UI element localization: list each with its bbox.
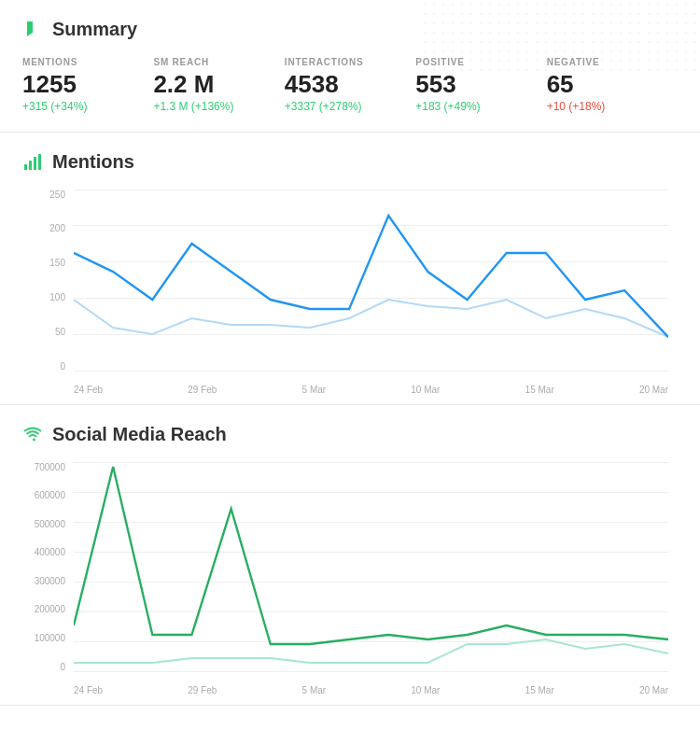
svg-rect-2 <box>34 157 36 170</box>
stat-value-2: 4538 <box>285 71 400 98</box>
y-label-50: 50 <box>55 327 69 337</box>
mentions-chart-area: 250 200 150 100 50 0 <box>74 190 668 395</box>
y-700k: 700000 <box>35 462 69 472</box>
y-100k: 100000 <box>35 633 69 643</box>
stat-label-1: SM REACH <box>153 57 269 67</box>
mentions-svg <box>74 190 668 372</box>
stat-change-1: +1.3 M (+136%) <box>153 100 269 113</box>
mentions-chart-container: 250 200 150 100 50 0 <box>22 190 678 395</box>
stat-change-4: +10 (+18%) <box>547 100 663 113</box>
summary-label: Summary <box>52 19 137 40</box>
y-400k: 400000 <box>35 547 69 557</box>
stat-label-0: MENTIONS <box>22 57 138 67</box>
y-600k: 600000 <box>35 490 69 500</box>
x-label-15mar: 15 Mar <box>525 385 554 395</box>
mentions-section: Mentions 250 200 150 100 50 0 <box>0 133 700 405</box>
stat-change-2: +3337 (+278%) <box>285 100 400 113</box>
stat-item-4: NEGATIVE 65 +10 (+18%) <box>547 57 678 113</box>
svg-rect-0 <box>24 164 27 170</box>
wifi-icon <box>22 424 43 444</box>
reach-svg <box>74 462 668 672</box>
stat-label-2: INTERACTIONS <box>285 57 400 67</box>
reach-x-29feb: 29 Feb <box>188 685 217 695</box>
reach-section: Social Media Reach 700000 600000 500000 … <box>0 405 700 706</box>
svg-rect-3 <box>38 154 41 170</box>
stat-item-3: POSITIVE 553 +183 (+49%) <box>415 57 546 113</box>
y-0: 0 <box>60 662 69 672</box>
stat-change-3: +183 (+49%) <box>415 100 531 113</box>
y-label-200: 200 <box>49 223 69 233</box>
stat-item-2: INTERACTIONS 4538 +3337 (+278%) <box>285 57 415 113</box>
reach-y-axis: 700000 600000 500000 400000 300000 20000… <box>22 462 69 672</box>
reach-x-axis: 24 Feb 29 Feb 5 Mar 10 Mar 15 Mar 20 Mar <box>74 677 668 695</box>
reach-x-5mar: 5 Mar <box>302 685 327 695</box>
x-label-24feb: 24 Feb <box>74 385 103 395</box>
reach-title: Social Media Reach <box>22 424 678 445</box>
reach-x-20mar: 20 Mar <box>639 685 668 695</box>
mentions-title: Mentions <box>22 151 678 173</box>
y-label-250: 250 <box>49 190 69 200</box>
x-label-10mar: 10 Mar <box>411 385 440 395</box>
y-300k: 300000 <box>35 576 69 586</box>
stat-value-4: 65 <box>547 71 663 98</box>
reach-chart-area: 700000 600000 500000 400000 300000 20000… <box>74 462 668 695</box>
stat-item-0: MENTIONS 1255 +315 (+34%) <box>22 57 153 113</box>
x-label-29feb: 29 Feb <box>188 385 217 395</box>
stat-value-3: 553 <box>415 71 531 98</box>
summary-title: Summary <box>22 19 678 40</box>
y-200k: 200000 <box>35 604 69 614</box>
x-label-20mar: 20 Mar <box>639 385 668 395</box>
summary-section: Summary MENTIONS 1255 +315 (+34%) SM REA… <box>0 0 700 133</box>
stat-label-4: NEGATIVE <box>547 57 663 67</box>
reach-label: Social Media Reach <box>52 424 227 445</box>
y-label-150: 150 <box>49 258 69 268</box>
svg-rect-1 <box>29 161 32 170</box>
stat-value-0: 1255 <box>22 71 138 98</box>
stats-row: MENTIONS 1255 +315 (+34%) SM REACH 2.2 M… <box>22 57 678 113</box>
mentions-icon <box>22 151 43 172</box>
reach-x-10mar: 10 Mar <box>411 685 440 695</box>
y-label-0: 0 <box>60 361 69 372</box>
mentions-label: Mentions <box>52 151 134 173</box>
stat-change-0: +315 (+34%) <box>22 100 138 113</box>
reach-x-24feb: 24 Feb <box>74 685 103 695</box>
y-500k: 500000 <box>35 519 69 529</box>
x-label-5mar: 5 Mar <box>302 385 327 395</box>
summary-icon <box>22 20 43 40</box>
mentions-y-axis: 250 200 150 100 50 0 <box>22 190 69 372</box>
reach-x-15mar: 15 Mar <box>525 685 554 695</box>
reach-chart-container: 700000 600000 500000 400000 300000 20000… <box>22 462 678 695</box>
stat-label-3: POSITIVE <box>415 57 531 67</box>
stat-value-1: 2.2 M <box>153 71 269 98</box>
mentions-x-axis: 24 Feb 29 Feb 5 Mar 10 Mar 15 Mar 20 Mar <box>74 376 668 395</box>
y-label-100: 100 <box>49 292 69 302</box>
stat-item-1: SM REACH 2.2 M +1.3 M (+136%) <box>153 57 284 113</box>
